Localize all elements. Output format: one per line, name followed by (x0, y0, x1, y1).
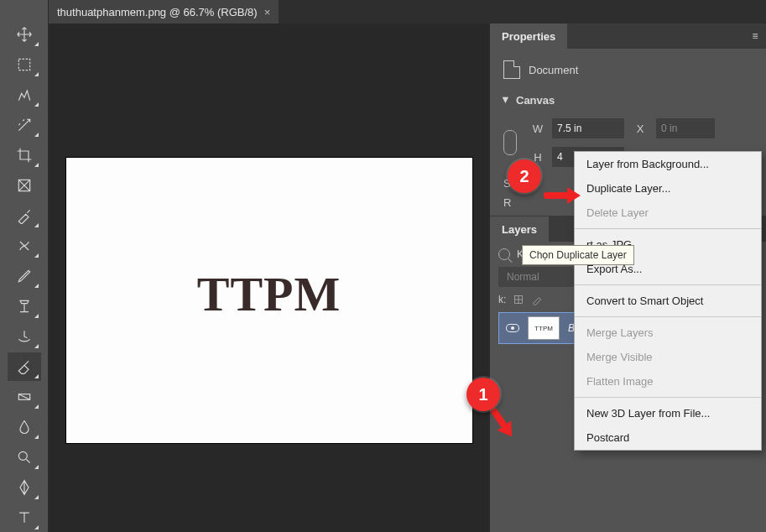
layer-thumbnail[interactable]: TTPM (528, 316, 560, 340)
tab-layers[interactable]: Layers (490, 216, 549, 242)
canvas-section-title: Canvas (516, 94, 555, 107)
eraser-tool[interactable] (8, 352, 41, 381)
tab-properties[interactable]: Properties (490, 23, 567, 49)
menu-separator (575, 284, 761, 285)
x-input (656, 118, 715, 138)
annotation-arrow-2 (544, 189, 581, 201)
healing-brush-tool[interactable] (8, 232, 41, 260)
pen-tool[interactable] (8, 473, 41, 502)
menu-item: Delete Layer (575, 201, 761, 225)
menu-item[interactable]: Postcard (575, 425, 761, 450)
svg-rect-0 (18, 59, 29, 70)
menu-item: Merge Layers (575, 321, 761, 345)
canvas[interactable]: TTPM (66, 158, 472, 443)
annotation-badge-1: 1 (466, 378, 500, 411)
menu-item: Merge Visible (575, 345, 761, 369)
tools-toolbar (0, 0, 49, 532)
document-tab-title: thuthuatphanmem.png @ 66.7% (RGB/8) (57, 6, 258, 18)
marquee-tool[interactable] (8, 50, 41, 79)
search-icon (498, 248, 510, 260)
visibility-eye-icon[interactable] (506, 324, 519, 332)
document-icon (503, 60, 520, 79)
crop-tool[interactable] (8, 141, 41, 170)
menu-item[interactable]: Layer from Background... (575, 152, 761, 176)
x-label: X (629, 123, 651, 135)
document-tabbar: thuthuatphanmem.png @ 66.7% (RGB/8) × (49, 0, 766, 23)
tooltip: Chọn Duplicate Layer (522, 245, 634, 265)
svg-point-3 (18, 451, 27, 460)
canvas-workspace[interactable]: TTPM (49, 23, 489, 532)
close-icon[interactable]: × (264, 6, 271, 18)
properties-tabstrip: Properties ≡ (490, 23, 766, 49)
pencil-tool[interactable] (8, 262, 41, 290)
menu-separator (575, 397, 761, 398)
layer-context-menu: Layer from Background...Duplicate Layer.… (574, 151, 762, 451)
menu-item[interactable]: Duplicate Layer... (575, 176, 761, 201)
document-tab[interactable]: thuthuatphanmem.png @ 66.7% (RGB/8) × (49, 0, 279, 23)
frame-tool[interactable] (8, 171, 41, 200)
menu-separator (575, 316, 761, 317)
lock-brush-icon[interactable] (531, 294, 543, 305)
clone-stamp-tool[interactable] (8, 292, 41, 321)
w-label: W (529, 123, 547, 135)
menu-separator (575, 228, 761, 229)
menu-item[interactable]: New 3D Layer from File... (575, 401, 761, 425)
eyedropper-tool[interactable] (8, 201, 41, 230)
properties-doc-row: Document (503, 60, 753, 79)
annotation-badge-2: 2 (508, 159, 541, 193)
history-brush-tool[interactable] (8, 322, 41, 351)
dodge-tool[interactable] (8, 443, 41, 472)
menu-item: Flatten Image (575, 369, 761, 394)
chevron-down-icon: ▸ (500, 97, 513, 103)
panel-menu-icon[interactable]: ≡ (744, 23, 766, 49)
lasso-tool[interactable] (8, 81, 41, 109)
link-dimensions-icon[interactable] (503, 130, 517, 155)
properties-doc-label: Document (529, 64, 578, 76)
blur-tool[interactable] (8, 413, 41, 441)
lock-pixels-icon[interactable] (513, 294, 524, 305)
magic-wand-tool[interactable] (8, 111, 41, 139)
canvas-section-header[interactable]: ▸ Canvas (503, 94, 753, 107)
type-tool[interactable] (8, 503, 41, 532)
gradient-tool[interactable] (8, 383, 41, 411)
move-tool[interactable] (8, 20, 41, 49)
canvas-artwork-text: TTPM (197, 266, 341, 322)
width-input[interactable] (552, 118, 624, 138)
lock-label: k: (498, 294, 506, 305)
menu-item[interactable]: Convert to Smart Object (575, 289, 761, 313)
